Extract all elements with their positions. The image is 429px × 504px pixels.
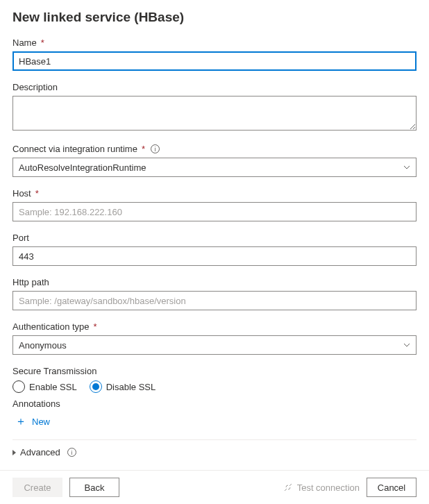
panel-title: New linked service (HBase) (12, 10, 417, 25)
plus-icon: ＋ (15, 416, 26, 427)
description-textarea[interactable] (12, 96, 417, 131)
cancel-button[interactable]: Cancel (367, 478, 417, 497)
httppath-input[interactable] (12, 291, 417, 310)
authtype-value: Anonymous (19, 340, 67, 351)
radio-unchecked-icon (12, 380, 25, 393)
name-input[interactable] (12, 51, 417, 71)
annotations-label: Annotations (12, 398, 417, 409)
secure-transmission-label: Secure Transmission (12, 366, 417, 376)
chevron-down-icon (403, 342, 410, 348)
footer: Create Back Test connection Cancel (0, 470, 429, 504)
name-label: Name* (12, 37, 417, 48)
host-input[interactable] (12, 202, 417, 221)
divider (12, 439, 417, 440)
host-label: Host* (12, 188, 417, 199)
new-label: New (32, 417, 50, 427)
enable-ssl-radio[interactable]: Enable SSL (12, 380, 77, 393)
advanced-label: Advanced (20, 447, 60, 457)
authtype-label: Authentication type* (12, 321, 417, 332)
advanced-toggle[interactable]: Advanced i (12, 447, 417, 457)
authtype-select[interactable]: Anonymous (12, 335, 417, 355)
runtime-select[interactable]: AutoResolveIntegrationRuntime (12, 158, 417, 177)
test-connection-icon (283, 482, 293, 492)
runtime-label: Connect via integration runtime* i (12, 144, 417, 154)
chevron-down-icon (403, 164, 410, 171)
info-icon[interactable]: i (151, 144, 160, 153)
enable-ssl-label: Enable SSL (29, 382, 77, 392)
add-annotation-button[interactable]: ＋ New (12, 412, 53, 431)
create-button: Create (12, 478, 62, 497)
port-input[interactable] (12, 246, 417, 266)
radio-checked-icon (90, 380, 102, 393)
disable-ssl-radio[interactable]: Disable SSL (90, 380, 156, 393)
httppath-label: Http path (12, 277, 417, 287)
disable-ssl-label: Disable SSL (106, 382, 156, 392)
test-connection-button: Test connection (283, 482, 360, 493)
back-button[interactable]: Back (69, 478, 119, 497)
chevron-right-icon (12, 450, 16, 455)
runtime-value: AutoResolveIntegrationRuntime (19, 162, 146, 173)
description-label: Description (12, 82, 417, 92)
port-label: Port (12, 233, 417, 243)
info-icon[interactable]: i (67, 448, 76, 457)
test-connection-label: Test connection (297, 482, 360, 493)
